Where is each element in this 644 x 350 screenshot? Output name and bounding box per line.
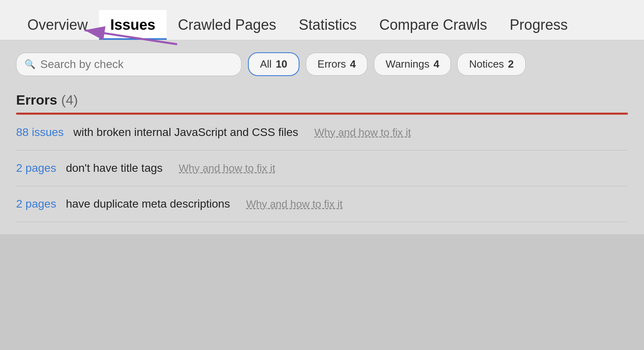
issues-list: 88 issues with broken internal JavaScrip… [16,115,628,222]
filter-bar: 🔍 All 10 Errors 4 Warnings 4 Notices 2 [16,52,628,76]
top-nav: Overview Issues Crawled Pages Statistics… [0,0,644,40]
tab-issues[interactable]: Issues [99,10,167,40]
issue-link-3[interactable]: 2 pages [16,198,56,210]
tab-statistics[interactable]: Statistics [287,10,368,40]
errors-section: Errors (4) 88 issues with broken interna… [16,92,628,222]
table-row: 2 pages don't have title tags Why and ho… [16,150,628,186]
section-title: Errors [16,92,57,108]
section-header: Errors (4) [16,92,628,108]
issue-description-3: have duplicate meta descriptions [66,198,230,210]
table-row: 88 issues with broken internal JavaScrip… [16,115,628,150]
search-input[interactable] [40,58,233,71]
tab-crawled-pages[interactable]: Crawled Pages [167,10,287,40]
issue-description-2: don't have title tags [66,162,163,175]
filter-btn-all[interactable]: All 10 [248,52,299,76]
issue-description-1: with broken internal JavaScript and CSS … [73,126,298,139]
issue-link-2[interactable]: 2 pages [16,162,56,175]
tab-progress[interactable]: Progress [498,10,579,40]
tab-overview[interactable]: Overview [16,10,99,40]
section-count: (4) [61,92,78,108]
fix-link-2[interactable]: Why and how to fix it [179,162,275,175]
issue-link-1[interactable]: 88 issues [16,126,64,139]
main-content: 🔍 All 10 Errors 4 Warnings 4 Notices 2 E… [0,40,644,234]
filter-btn-errors[interactable]: Errors 4 [306,53,367,76]
fix-link-1[interactable]: Why and how to fix it [314,126,411,139]
filter-btn-warnings[interactable]: Warnings 4 [374,53,451,76]
tab-compare-crawls[interactable]: Compare Crawls [368,10,498,40]
search-box: 🔍 [16,53,242,76]
table-row: 2 pages have duplicate meta descriptions… [16,186,628,222]
search-icon: 🔍 [25,59,35,70]
filter-btn-notices[interactable]: Notices 2 [457,53,525,76]
fix-link-3[interactable]: Why and how to fix it [246,198,343,210]
